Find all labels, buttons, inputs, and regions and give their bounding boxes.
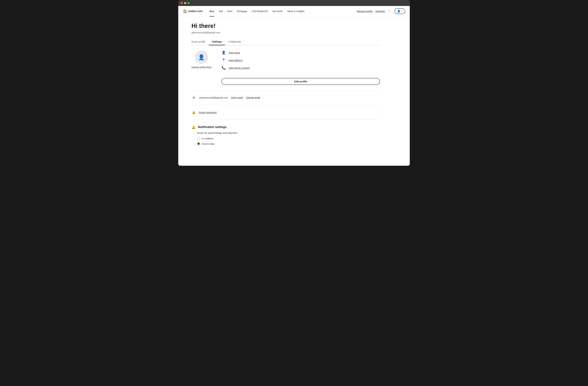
user-icon: 👤 xyxy=(397,10,400,13)
avatar-person-icon: 👤 xyxy=(198,54,205,60)
tabs: Buyer profile Settings Collaborate xyxy=(191,39,380,45)
address-field-row: 📍 Add address xyxy=(221,58,380,62)
phone-field-row: 📞 Add phone number xyxy=(221,66,380,70)
maximize-dot[interactable] xyxy=(188,2,190,4)
notification-radio-group: In realtime Once a day xyxy=(197,137,380,145)
profile-fields: 👤 Add name 📍 Add address 📞 Add phone num… xyxy=(221,51,380,85)
add-name-link[interactable]: Add name xyxy=(229,51,240,54)
add-phone-link[interactable]: Add phone number xyxy=(229,66,250,69)
avatar-area: 👤 Change profile photo xyxy=(191,51,211,68)
close-dot[interactable] xyxy=(181,2,183,4)
lock-icon: 🔒 xyxy=(191,110,196,114)
bell-icon: 🔔 xyxy=(191,125,196,129)
realtime-option: In realtime xyxy=(197,137,380,140)
password-section: 🔒 Reset password xyxy=(191,105,380,120)
profile-row: 👤 Change profile photo 👤 Add name 📍 Add … xyxy=(191,51,380,90)
user-menu-button[interactable]: 👤 ▾ xyxy=(395,8,405,14)
change-email-link[interactable]: Change email xyxy=(246,96,260,99)
verify-email-link[interactable]: Verify email xyxy=(231,96,243,99)
realtime-radio[interactable] xyxy=(197,137,200,140)
edit-profile-button[interactable]: Edit profile xyxy=(221,78,380,85)
logo-house-icon: 🏠 xyxy=(183,9,187,13)
advertise-link[interactable]: Advertise xyxy=(375,10,385,13)
add-address-link[interactable]: Add address xyxy=(229,59,243,62)
once-a-day-radio[interactable] xyxy=(197,142,200,145)
title-bar xyxy=(178,0,410,6)
nav-news[interactable]: News & Insights xyxy=(285,6,307,17)
account-email: artechonza39@gmail.com xyxy=(199,96,228,99)
envelope-icon: ✉ xyxy=(191,96,196,100)
heart-icon: ♡ xyxy=(388,9,391,13)
favorites-button[interactable]: ♡ xyxy=(388,9,392,14)
once-a-day-option: Once a day xyxy=(197,142,380,145)
logo[interactable]: 🏠 realtor.com xyxy=(183,9,203,13)
tab-buyer-profile[interactable]: Buyer profile xyxy=(191,39,209,45)
name-field-row: 👤 Add name xyxy=(221,51,380,55)
realtime-label: In realtime xyxy=(202,137,213,140)
once-a-day-label: Once a day xyxy=(202,142,214,145)
minimize-dot[interactable] xyxy=(184,2,186,4)
person-icon: 👤 xyxy=(221,51,226,55)
account-section: ✉ artechonza39@gmail.com Verify email Ch… xyxy=(191,90,380,105)
browser-content: 🏠 realtor.com Buy Sell Rent Mortgage Fin… xyxy=(178,6,410,166)
tab-settings[interactable]: Settings xyxy=(209,39,225,45)
reset-password-link[interactable]: Reset password xyxy=(199,111,217,114)
navbar: 🏠 realtor.com Buy Sell Rent Mortgage Fin… xyxy=(178,6,410,17)
manage-rentals-link[interactable]: Manage rentals xyxy=(357,10,373,13)
nav-right: Manage rentals Advertise ♡ 👤 ▾ xyxy=(357,8,405,14)
notification-section: 🔔 Notification settings Email me saved l… xyxy=(191,120,380,150)
notification-header: 🔔 Notification settings xyxy=(191,125,380,129)
change-photo-link[interactable]: Change profile photo xyxy=(191,66,211,68)
nav-buy[interactable]: Buy xyxy=(207,6,216,17)
notification-description: Email me saved listings and searches xyxy=(197,132,380,134)
chevron-down-icon: ▾ xyxy=(401,10,402,12)
user-email-display: artechonza39@gmail.com xyxy=(191,31,380,34)
phone-icon: 📞 xyxy=(221,66,226,70)
nav-my-home[interactable]: My Home xyxy=(270,6,285,17)
nav-rent[interactable]: Rent xyxy=(225,6,235,17)
browser-window: 🏠 realtor.com Buy Sell Rent Mortgage Fin… xyxy=(178,0,410,166)
nav-sell[interactable]: Sell xyxy=(216,6,225,17)
logo-text: realtor.com xyxy=(188,10,203,13)
password-row: 🔒 Reset password xyxy=(191,110,380,114)
notification-title: Notification settings xyxy=(198,125,227,129)
page-title: Hi there! xyxy=(191,22,380,29)
main-content: Hi there! artechonza39@gmail.com Buyer p… xyxy=(178,17,393,166)
location-icon: 📍 xyxy=(221,58,226,62)
tab-collaborate[interactable]: Collaborate xyxy=(225,39,244,45)
email-row: ✉ artechonza39@gmail.com Verify email Ch… xyxy=(191,96,380,100)
avatar: 👤 xyxy=(195,51,208,64)
nav-find-realtors[interactable]: Find Realtors® xyxy=(250,6,270,17)
nav-links: Buy Sell Rent Mortgage Find Realtors® My… xyxy=(207,6,357,17)
settings-section: 👤 Change profile photo 👤 Add name 📍 Add … xyxy=(191,45,380,156)
nav-mortgage[interactable]: Mortgage xyxy=(235,6,250,17)
